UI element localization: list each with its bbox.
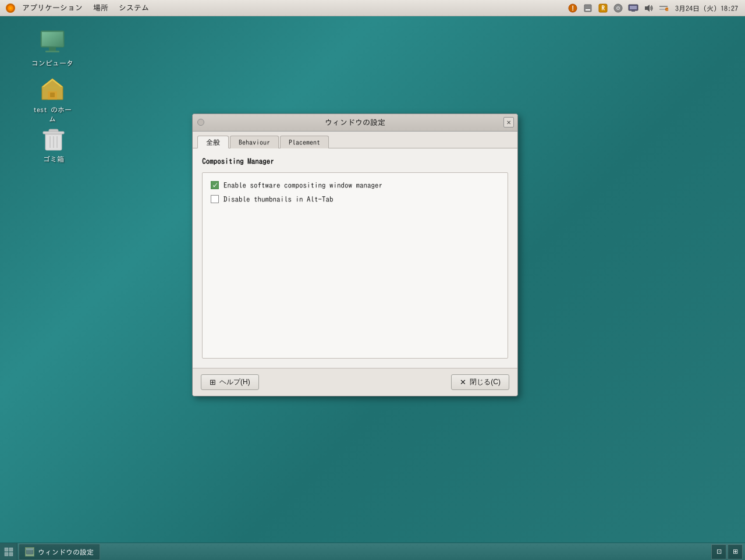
svg-rect-5 xyxy=(584,5,591,12)
close-button-label: 閉じる(C) xyxy=(470,377,501,387)
svg-rect-24 xyxy=(45,51,59,52)
menubar-right: ! R xyxy=(567,2,740,14)
svg-rect-14 xyxy=(632,10,635,12)
help-icon: ⊞ xyxy=(210,378,216,387)
svg-rect-29 xyxy=(42,87,63,88)
checkbox-disable-thumbnails-label: Disable thumbnails in Alt-Tab xyxy=(224,196,334,203)
update-icon[interactable]: ! xyxy=(567,2,579,14)
desktop-icon-home[interactable]: test のホーム xyxy=(29,73,76,126)
dialog-titlebar: ウィンドウの設定 ✕ xyxy=(193,114,517,132)
menu-places[interactable]: 場所 xyxy=(88,3,113,13)
volume-icon[interactable] xyxy=(643,2,654,14)
svg-point-2 xyxy=(9,7,12,9)
desktop-icon-trash[interactable]: ゴミ箱 xyxy=(30,122,77,166)
svg-text:R: R xyxy=(601,5,605,11)
svg-rect-38 xyxy=(9,548,13,551)
home-icon xyxy=(38,75,66,103)
taskbar-item-label: ウィンドウの設定 xyxy=(38,548,94,555)
taskbar: ウィンドウの設定 ⊡ ⊞ xyxy=(0,543,745,560)
close-icon: ✕ xyxy=(460,378,466,387)
menu-applications[interactable]: アプリケーション xyxy=(17,3,87,13)
trash-icon xyxy=(40,125,68,153)
taskbar-right: ⊡ ⊞ xyxy=(711,544,745,559)
svg-rect-16 xyxy=(659,6,668,7)
svg-rect-33 xyxy=(43,132,64,134)
desktop: アプリケーション 場所 システム ! R xyxy=(0,0,745,560)
clock-display: 3月24日 (火) 18:27 xyxy=(673,5,740,12)
tab-bar: 全般 Behaviour Placement xyxy=(193,132,517,148)
taskbar-window-item[interactable]: ウィンドウの設定 xyxy=(19,544,100,560)
tab-general[interactable]: 全般 xyxy=(197,136,229,148)
svg-marker-15 xyxy=(645,5,650,12)
help-button-label: ヘルプ(H) xyxy=(219,377,250,387)
menubar: アプリケーション 場所 システム ! R xyxy=(0,0,745,16)
minimize-icon[interactable] xyxy=(582,2,594,14)
svg-rect-6 xyxy=(586,9,590,10)
svg-rect-28 xyxy=(50,93,55,97)
inner-box: Enable software compositing window manag… xyxy=(202,172,508,359)
checkbox-disable-thumbnails[interactable] xyxy=(211,195,219,203)
settings-icon[interactable] xyxy=(612,2,624,14)
taskbar-btn-2[interactable]: ⊞ xyxy=(728,544,743,559)
svg-rect-13 xyxy=(630,6,637,9)
menubar-logo xyxy=(5,2,16,14)
network-icon[interactable]: ! xyxy=(658,2,669,14)
help-button[interactable]: ⊞ ヘルプ(H) xyxy=(201,374,259,390)
svg-rect-22 xyxy=(42,32,63,46)
dialog-title: ウィンドウの設定 xyxy=(325,119,385,126)
taskbar-btn-1[interactable]: ⊡ xyxy=(711,544,726,559)
svg-rect-39 xyxy=(5,552,8,556)
checkbox-enable-compositing-label: Enable software compositing window manag… xyxy=(224,182,382,189)
taskbar-item-icon xyxy=(25,547,34,557)
dialog-content: Compositing Manager Enable software comp… xyxy=(193,148,517,368)
computer-icon xyxy=(38,29,66,56)
dialog-footer: ⊞ ヘルプ(H) ✕ 閉じる(C) xyxy=(193,368,517,396)
svg-rect-37 xyxy=(5,548,8,551)
svg-text:!: ! xyxy=(666,8,668,12)
svg-rect-17 xyxy=(659,9,665,10)
vm-icon[interactable] xyxy=(627,2,639,14)
checkbox-row-compositing: Enable software compositing window manag… xyxy=(211,181,499,189)
close-button[interactable]: ✕ 閉じる(C) xyxy=(451,374,509,390)
tab-behaviour[interactable]: Behaviour xyxy=(230,136,279,148)
menubar-left: アプリケーション 場所 システム xyxy=(5,2,154,14)
svg-rect-23 xyxy=(49,47,56,51)
home-label: test のホーム xyxy=(31,105,73,123)
section-title: Compositing Manager xyxy=(202,158,508,165)
svg-point-11 xyxy=(618,7,619,9)
desktop-icon-computer[interactable]: コンピュータ xyxy=(29,26,76,70)
checkbox-row-thumbnails: Disable thumbnails in Alt-Tab xyxy=(211,195,499,203)
tab-placement[interactable]: Placement xyxy=(280,136,329,148)
svg-text:!: ! xyxy=(572,5,574,11)
taskbar-show-desktop[interactable] xyxy=(0,543,17,561)
computer-label: コンピュータ xyxy=(31,59,73,68)
r-icon[interactable]: R xyxy=(597,2,609,14)
svg-rect-42 xyxy=(26,548,33,550)
checkbox-enable-compositing[interactable] xyxy=(211,181,219,189)
menu-system[interactable]: システム xyxy=(114,3,154,13)
svg-rect-40 xyxy=(9,552,13,556)
dialog-close-button[interactable]: ✕ xyxy=(503,117,514,127)
dialog-window: ウィンドウの設定 ✕ 全般 Behaviour Placement Compos… xyxy=(192,114,518,396)
trash-label: ゴミ箱 xyxy=(43,155,64,164)
dialog-dot xyxy=(197,119,204,126)
